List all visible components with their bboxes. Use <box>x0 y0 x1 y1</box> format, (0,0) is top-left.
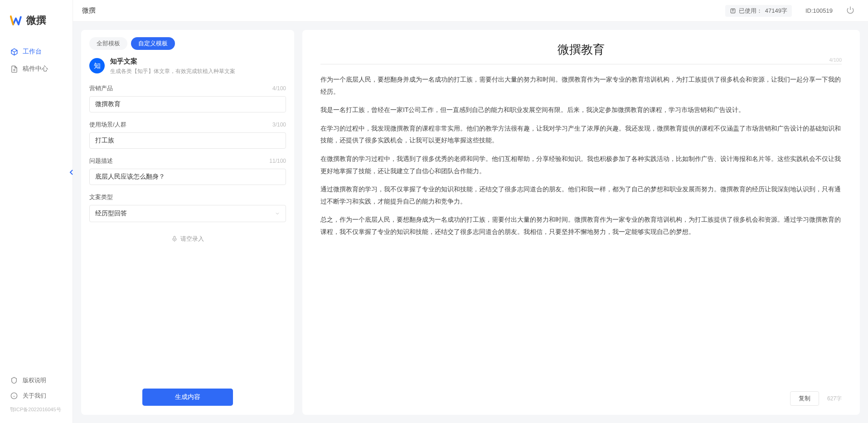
content: 全部模板 自定义模板 知 知乎文案 生成各类【知乎】体文章，有效完成软植入种草文… <box>73 22 868 423</box>
mic-icon <box>171 236 178 242</box>
scene-count: 3/100 <box>272 122 286 128</box>
svg-rect-4 <box>174 236 175 239</box>
output-paragraph: 我是一名打工族，曾经在一家IT公司工作，但一直感到自己的能力和职业发展空间有限。… <box>320 104 842 116</box>
output-paragraph: 在微撰教育的学习过程中，我遇到了很多优秀的老师和同学。他们互相帮助，分享经验和知… <box>320 153 842 177</box>
output-panel: 微撰教育 4/100 作为一个底层人民，要想翻身并成为一名成功的打工族，需要付出… <box>302 30 860 415</box>
sidebar: 微撰 工作台 稿件中心 版权说明 <box>0 0 73 423</box>
problem-count: 11/100 <box>269 158 286 164</box>
copyright-text: 鄂ICP备2022016045号 <box>0 404 73 418</box>
field-type: 文案类型 经历型回答 <box>89 193 286 222</box>
main: 微撰 已使用： 47149字 ID:100519 全部模板 自定义模板 <box>73 0 868 423</box>
scene-input[interactable] <box>89 132 286 149</box>
product-label: 营销产品 <box>89 84 113 92</box>
sidebar-footer: 版权说明 关于我们 鄂ICP备2022016045号 <box>0 366 73 423</box>
topbar: 微撰 已使用： 47149字 ID:100519 <box>73 0 868 22</box>
template-icon: 知 <box>89 58 105 73</box>
shield-icon <box>10 376 18 384</box>
field-scene: 使用场景/人群 3/100 <box>89 121 286 149</box>
tab-custom-templates[interactable]: 自定义模板 <box>131 37 175 50</box>
text-icon <box>730 8 736 14</box>
info-icon <box>10 392 18 400</box>
logo[interactable]: 微撰 <box>0 0 73 39</box>
sidebar-item-workspace[interactable]: 工作台 <box>0 43 73 60</box>
problem-input[interactable] <box>89 169 286 185</box>
form-panel: 全部模板 自定义模板 知 知乎文案 生成各类【知乎】体文章，有效完成软植入种草文… <box>81 30 294 415</box>
template-name: 知乎文案 <box>110 57 235 66</box>
footer-label: 关于我们 <box>23 392 46 400</box>
output-paragraph: 作为一个底层人民，要想翻身并成为一名成功的打工族，需要付出大量的努力和时间。微撰… <box>320 73 842 97</box>
usage-label: 已使用： <box>739 7 762 15</box>
type-label: 文案类型 <box>89 193 113 201</box>
field-problem: 问题描述 11/100 <box>89 157 286 185</box>
sidebar-item-copyright[interactable]: 版权说明 <box>0 373 73 388</box>
output-body[interactable]: 作为一个底层人民，要想翻身并成为一名成功的打工族，需要付出大量的努力和时间。微撰… <box>302 69 860 387</box>
sidebar-item-drafts[interactable]: 稿件中心 <box>0 60 73 78</box>
voice-input[interactable]: 请空录入 <box>89 230 286 248</box>
nav-label: 工作台 <box>23 48 42 56</box>
logo-text: 微撰 <box>26 14 46 27</box>
template-header: 知 知乎文案 生成各类【知乎】体文章，有效完成软植入种草文案 <box>81 54 294 83</box>
tab-all-templates[interactable]: 全部模板 <box>89 37 127 50</box>
problem-label: 问题描述 <box>89 157 113 165</box>
document-icon <box>10 65 18 73</box>
field-product: 营销产品 4/100 <box>89 84 286 112</box>
template-tabs: 全部模板 自定义模板 <box>81 30 294 54</box>
page-title: 微撰 <box>82 6 96 15</box>
type-value: 经历型回答 <box>95 209 127 218</box>
word-count: 627字 <box>827 395 842 403</box>
output-paragraph: 总之，作为一个底层人民，要想翻身成为一名成功的打工族，需要付出大量的努力和时间。… <box>320 214 842 238</box>
form-footer: 生成内容 <box>81 381 294 415</box>
template-desc: 生成各类【知乎】体文章，有效完成软植入种草文案 <box>110 68 235 75</box>
logo-icon <box>9 14 23 27</box>
cube-icon <box>10 48 18 56</box>
copy-button[interactable]: 复制 <box>790 391 819 406</box>
recording-text: 请空录入 <box>180 235 204 243</box>
product-input[interactable] <box>89 96 286 112</box>
output-paragraph: 在学习的过程中，我发现微撰教育的课程非常实用。他们的教学方法很有趣，让我对学习产… <box>320 122 842 146</box>
footer-label: 版权说明 <box>23 376 46 384</box>
topbar-right: 已使用： 47149字 ID:100519 <box>725 5 854 17</box>
title-count: 4/100 <box>829 57 842 63</box>
usage-value: 47149字 <box>765 7 787 15</box>
output-footer: 复制 627字 <box>302 387 860 415</box>
output-paragraph: 通过微撰教育的学习，我不仅掌握了专业的知识和技能，还结交了很多志同道合的朋友。他… <box>320 183 842 207</box>
type-select[interactable]: 经历型回答 <box>89 205 286 222</box>
output-title: 微撰教育 <box>320 42 842 64</box>
generate-button[interactable]: 生成内容 <box>142 389 233 406</box>
usage-badge[interactable]: 已使用： 47149字 <box>725 5 792 17</box>
form: 营销产品 4/100 使用场景/人群 3/100 <box>81 83 294 381</box>
power-icon[interactable] <box>846 6 854 15</box>
chevron-down-icon <box>275 211 280 216</box>
sidebar-collapse-handle[interactable] <box>68 168 75 177</box>
scene-label: 使用场景/人群 <box>89 121 126 129</box>
sidebar-item-about[interactable]: 关于我们 <box>0 388 73 404</box>
product-count: 4/100 <box>272 85 286 92</box>
user-id: ID:100519 <box>805 7 833 14</box>
nav: 工作台 稿件中心 <box>0 39 73 366</box>
nav-label: 稿件中心 <box>23 65 48 73</box>
template-info: 知乎文案 生成各类【知乎】体文章，有效完成软植入种草文案 <box>110 57 235 75</box>
output-header: 微撰教育 4/100 <box>302 30 860 69</box>
